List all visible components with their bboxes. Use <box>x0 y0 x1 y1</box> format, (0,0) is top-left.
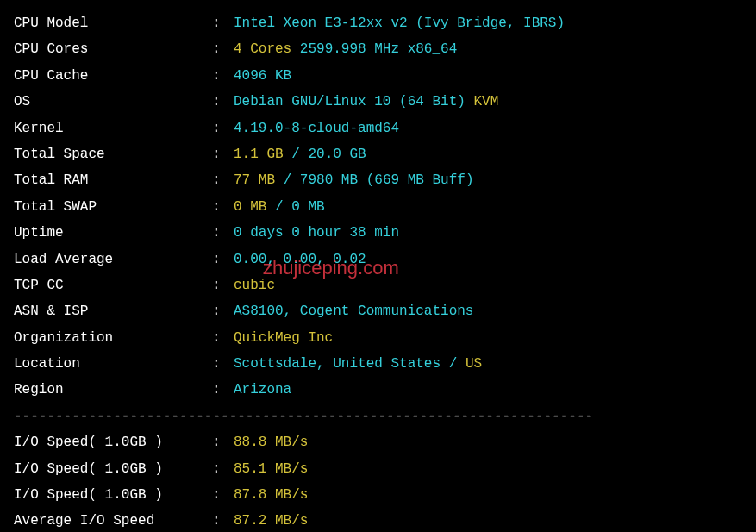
colon: : <box>212 247 234 272</box>
uptime-value: 0 days 0 hour 38 min <box>234 220 742 246</box>
kernel-value: 4.19.0-8-cloud-amd64 <box>234 116 742 141</box>
colon: : <box>212 298 234 324</box>
kernel-label: Kernel <box>14 116 212 141</box>
colon: : <box>212 482 234 508</box>
colon: : <box>212 508 234 532</box>
io-test-value: 87.8 MB/s <box>234 482 742 508</box>
io-test-label: I/O Speed( 1.0GB ) <box>14 482 212 508</box>
cpu-model-row: CPU Model : Intel Xeon E3-12xx v2 (Ivy B… <box>14 10 742 36</box>
load-avg-value: 0.00, 0.00, 0.02 <box>234 247 742 272</box>
colon: : <box>212 377 234 403</box>
io-average-value: 87.2 MB/s <box>234 508 742 532</box>
uptime-label: Uptime <box>14 220 212 246</box>
io-test-value: 88.8 MB/s <box>234 429 742 455</box>
colon: : <box>212 89 234 115</box>
colon: : <box>212 10 234 36</box>
colon: : <box>212 63 234 89</box>
region-label: Region <box>14 377 212 403</box>
cpu-cores-label: CPU Cores <box>14 36 212 62</box>
colon: : <box>212 325 234 351</box>
cpu-cache-value: 4096 KB <box>234 63 742 89</box>
io-test-value: 85.1 MB/s <box>234 456 742 482</box>
io-test-label: I/O Speed( 1.0GB ) <box>14 456 212 482</box>
cpu-cores-value: 4 Cores 2599.998 MHz x86_64 <box>234 36 742 62</box>
total-space-row: Total Space : 1.1 GB / 20.0 GB <box>14 141 742 167</box>
tcp-cc-label: TCP CC <box>14 272 212 298</box>
colon: : <box>212 194 234 220</box>
os-value: Debian GNU/Linux 10 (64 Bit) KVM <box>234 89 742 115</box>
colon: : <box>212 429 234 455</box>
colon: : <box>212 141 234 167</box>
organization-label: Organization <box>14 325 212 351</box>
os-label: OS <box>14 89 212 115</box>
colon: : <box>212 36 234 62</box>
cpu-cores-row: CPU Cores : 4 Cores 2599.998 MHz x86_64 <box>14 36 742 62</box>
tcp-cc-row: TCP CC : cubic <box>14 272 742 298</box>
cpu-cache-row: CPU Cache : 4096 KB <box>14 63 742 89</box>
cpu-model-label: CPU Model <box>14 10 212 36</box>
organization-row: Organization : QuickMeg Inc <box>14 325 742 351</box>
tcp-cc-value: cubic <box>234 272 742 298</box>
io-test-label: I/O Speed( 1.0GB ) <box>14 429 212 455</box>
divider: ----------------------------------------… <box>14 404 742 429</box>
total-swap-row: Total SWAP : 0 MB / 0 MB <box>14 194 742 220</box>
organization-value: QuickMeg Inc <box>234 325 742 351</box>
asn-isp-value: AS8100, Cogent Communications <box>234 298 742 324</box>
total-swap-value: 0 MB / 0 MB <box>234 194 742 220</box>
io-test-row-2: I/O Speed( 1.0GB ) : 87.8 MB/s <box>14 482 742 508</box>
asn-isp-label: ASN & ISP <box>14 298 212 324</box>
colon: : <box>212 456 234 482</box>
colon: : <box>212 167 234 193</box>
io-test-row-1: I/O Speed( 1.0GB ) : 85.1 MB/s <box>14 456 742 482</box>
colon: : <box>212 272 234 298</box>
io-average-label: Average I/O Speed <box>14 508 212 532</box>
colon: : <box>212 220 234 246</box>
region-row: Region : Arizona <box>14 377 742 403</box>
location-label: Location <box>14 351 212 377</box>
colon: : <box>212 116 234 141</box>
total-swap-label: Total SWAP <box>14 194 212 220</box>
cpu-model-value: Intel Xeon E3-12xx v2 (Ivy Bridge, IBRS) <box>234 10 742 36</box>
cpu-cache-label: CPU Cache <box>14 63 212 89</box>
io-test-row-0: I/O Speed( 1.0GB ) : 88.8 MB/s <box>14 429 742 455</box>
asn-isp-row: ASN & ISP : AS8100, Cogent Communication… <box>14 298 742 324</box>
region-value: Arizona <box>234 377 742 403</box>
location-row: Location : Scottsdale, United States / U… <box>14 351 742 377</box>
location-value: Scottsdale, United States / US <box>234 351 742 377</box>
colon: : <box>212 351 234 377</box>
uptime-row: Uptime : 0 days 0 hour 38 min <box>14 220 742 246</box>
total-ram-label: Total RAM <box>14 167 212 193</box>
total-ram-value: 77 MB / 7980 MB (669 MB Buff) <box>234 167 742 193</box>
io-average-row: Average I/O Speed : 87.2 MB/s <box>14 508 742 532</box>
kernel-row: Kernel : 4.19.0-8-cloud-amd64 <box>14 116 742 141</box>
total-space-label: Total Space <box>14 141 212 167</box>
load-avg-label: Load Average <box>14 247 212 272</box>
os-row: OS : Debian GNU/Linux 10 (64 Bit) KVM <box>14 89 742 115</box>
total-space-value: 1.1 GB / 20.0 GB <box>234 141 742 167</box>
load-avg-row: Load Average : 0.00, 0.00, 0.02 <box>14 247 742 272</box>
total-ram-row: Total RAM : 77 MB / 7980 MB (669 MB Buff… <box>14 167 742 193</box>
